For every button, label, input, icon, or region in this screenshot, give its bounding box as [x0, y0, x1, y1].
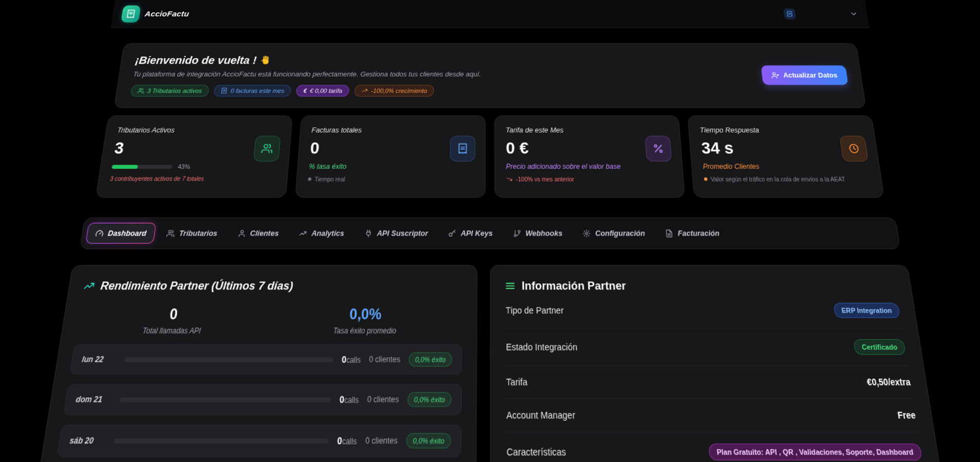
- info-label: Account Manager: [506, 410, 575, 420]
- tab-label: Configuración: [595, 229, 645, 238]
- info-row-tipo-partner: Tipo de Partner ERP Integration: [504, 293, 903, 329]
- tab-dashboard[interactable]: Dashboard: [85, 223, 156, 244]
- tab-label: API Keys: [461, 229, 493, 238]
- tributarios-activos-badge: 3 Tributarios activos: [130, 85, 210, 97]
- waving-hand-icon: [260, 55, 272, 65]
- plug-icon: [364, 229, 372, 237]
- tab-api-suscriptor[interactable]: API Suscriptor: [355, 223, 437, 244]
- file-text-icon: [665, 229, 674, 237]
- success-badge: 0,0% éxito: [407, 392, 452, 407]
- day-label: sáb 20: [69, 436, 106, 446]
- stat-sub: Promedio Clientes: [703, 163, 869, 170]
- stat-note: -100% vs mes anterior: [506, 176, 672, 182]
- gauge-icon: [95, 229, 104, 237]
- info-row-caracteristicas: Características Plan Gratuito: API , QR …: [505, 432, 926, 462]
- navbar-right: [783, 8, 859, 19]
- badge-label: 3 Tributarios activos: [147, 88, 202, 94]
- tab-api-keys[interactable]: API Keys: [440, 223, 501, 244]
- key-icon: [448, 229, 457, 237]
- success-badge: 0,0% éxito: [408, 352, 452, 367]
- users-icon: [166, 229, 175, 237]
- total-calls-stat: 0 Total llamadas API: [142, 305, 203, 335]
- brand-name: AccioFactu: [144, 9, 190, 18]
- account-manager-value: Free: [897, 410, 916, 420]
- progress-bar: [111, 165, 173, 169]
- performance-header: Rendimiento Partner (Últimos 7 días): [82, 279, 463, 293]
- tab-facturacion[interactable]: Facturación: [656, 223, 729, 244]
- badge-label: 0 facturas este mes: [230, 88, 284, 94]
- tarifa-value: €0,50/extra: [866, 377, 911, 388]
- receipt-icon: [221, 88, 228, 94]
- user-plus-icon: [771, 71, 779, 79]
- stat-card-tarifa-mes: Tarifa de este Mes 0 € Precio adicionado…: [494, 116, 685, 198]
- stat-note: 3 contribuyentes activos de 7 totales: [109, 175, 276, 182]
- clients-value: 0 clientes: [367, 395, 399, 404]
- tab-label: Tributarios: [179, 229, 218, 238]
- tab-bar: Dashboard Tributarios Clientes Analytics…: [80, 218, 901, 249]
- progress-label: 43%: [178, 163, 191, 170]
- performance-panel: Rendimiento Partner (Últimos 7 días) 0 T…: [39, 265, 478, 462]
- day-row-dom-21: dom 21 0calls 0 clientes 0,0% éxito: [63, 384, 462, 415]
- percent-icon: [645, 136, 672, 162]
- actualizar-datos-label: Actualizar Datos: [783, 71, 838, 79]
- welcome-title: ¡Bienvenido de vuelta !: [135, 54, 481, 66]
- stat-card-facturas-totales: Facturas totales 0 % tasa éxito Tiempo r…: [295, 116, 485, 198]
- stat-label: Tarifa de este Mes: [506, 126, 669, 134]
- info-label: Características: [506, 447, 566, 458]
- stat-label: Tributarios Activos: [117, 126, 280, 134]
- calls-value: 0calls: [337, 435, 357, 447]
- gear-icon: [582, 229, 591, 237]
- day-row-sab-20: sáb 20 0calls 0 clientes 0,0% éxito: [57, 425, 462, 457]
- main-content: Rendimiento Partner (Últimos 7 días) 0 T…: [36, 265, 944, 462]
- total-calls-label: Total llamadas API: [142, 326, 201, 336]
- progress-row: 43%: [111, 163, 277, 170]
- stat-card-tributarios-activos: Tributarios Activos 3 43% 3 contribuyent…: [96, 116, 293, 198]
- stat-label: Facturas totales: [311, 126, 474, 134]
- stat-card-tiempo-respuesta: Tiempo Respuesta 34 s Promedio Clientes …: [687, 116, 884, 198]
- success-badge: 0,0% éxito: [406, 433, 451, 449]
- day-progress-bar: [114, 438, 329, 444]
- tab-clientes[interactable]: Clientes: [228, 223, 288, 244]
- mini-logo-icon[interactable]: [783, 8, 796, 19]
- day-label: lun 22: [81, 355, 117, 364]
- tab-label: API Suscriptor: [377, 229, 428, 238]
- info-row-estado-integracion: Estado Integración Certificado: [505, 329, 909, 366]
- euro-icon: [303, 88, 307, 94]
- stat-label: Tiempo Respuesta: [700, 126, 863, 134]
- users-icon: [253, 136, 280, 162]
- tarifa-badge: € 0,00 tarifa: [296, 85, 349, 97]
- day-label: dom 21: [75, 395, 111, 404]
- badge-label: -100,0% crecimiento: [371, 88, 427, 94]
- info-row-tarifa: Tarifa €0,50/extra: [505, 366, 914, 399]
- facturas-mes-badge: 0 facturas este mes: [214, 85, 292, 97]
- success-rate-value: 0,0%: [334, 305, 398, 323]
- welcome-subtitle: Tu plataforma de integración AccioFactu …: [133, 70, 481, 78]
- partner-info-panel: Información Partner Tipo de Partner ERP …: [490, 265, 944, 462]
- tab-configuracion[interactable]: Configuración: [574, 223, 654, 244]
- actualizar-datos-button[interactable]: Actualizar Datos: [761, 65, 849, 85]
- brand[interactable]: AccioFactu: [121, 5, 190, 22]
- plan-gratuito-badge: Plan Gratuito: API , QR , Validaciones, …: [708, 444, 922, 460]
- tab-tributarios[interactable]: Tributarios: [157, 223, 227, 244]
- chevron-down-icon[interactable]: [849, 10, 859, 18]
- stat-note-text: -100% vs mes anterior: [516, 176, 574, 182]
- bar-chart-icon: [299, 229, 308, 237]
- navbar: AccioFactu: [110, 0, 870, 28]
- invoice-logo-icon: [121, 5, 141, 22]
- erp-integration-badge: ERP Integration: [833, 303, 900, 318]
- info-label: Tarifa: [506, 377, 527, 388]
- stat-note-text: Valor según el tráfico en la cola de env…: [710, 176, 845, 182]
- stats-row: Tributarios Activos 3 43% 3 contribuyent…: [96, 116, 884, 198]
- app-window: AccioFactu ¡Bienvenido de vuelta ! Tu pl…: [36, 0, 944, 462]
- menu-icon: [504, 280, 516, 292]
- tab-label: Analytics: [311, 229, 345, 238]
- tab-analytics[interactable]: Analytics: [290, 223, 353, 244]
- performance-title: Rendimiento Partner (Últimos 7 días): [100, 279, 294, 293]
- status-dot: [308, 178, 311, 181]
- tab-webhooks[interactable]: Webhooks: [504, 223, 571, 244]
- partner-info-title: Información Partner: [522, 279, 627, 293]
- trending-down-icon: [506, 176, 513, 182]
- user-icon: [237, 229, 246, 237]
- crecimiento-badge: -100,0% crecimiento: [354, 85, 435, 97]
- stat-sub: Precio adicionado sobre el valor base: [506, 163, 671, 170]
